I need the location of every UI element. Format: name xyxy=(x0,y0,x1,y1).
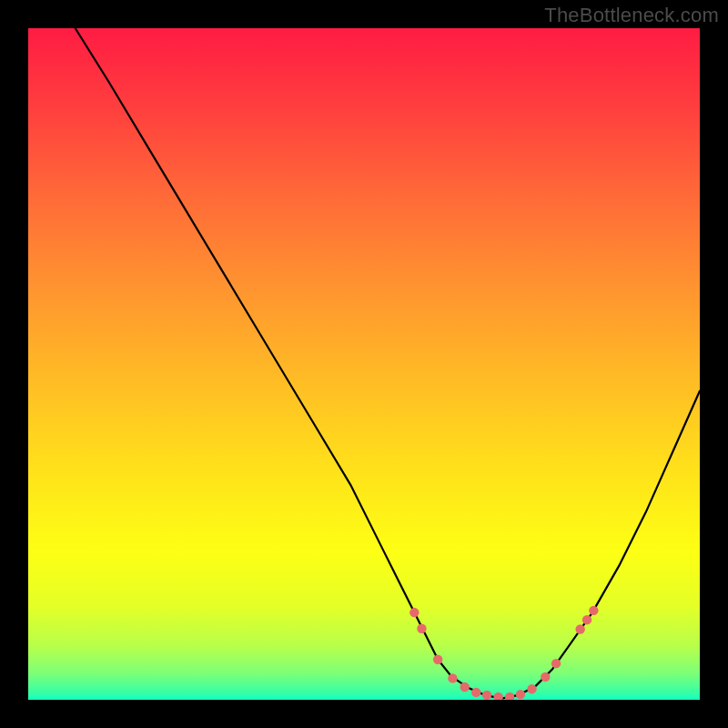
chart-svg xyxy=(28,28,700,700)
marker-dot xyxy=(471,688,480,697)
watermark-text: TheBottleneck.com xyxy=(544,4,719,27)
marker-dot xyxy=(505,693,514,700)
marker-dots xyxy=(410,606,598,700)
marker-dot xyxy=(582,615,592,624)
marker-dot xyxy=(410,608,419,617)
marker-dot xyxy=(482,691,491,700)
marker-dot xyxy=(589,606,598,615)
marker-dot xyxy=(493,693,502,700)
chart-plot-area xyxy=(28,28,700,700)
marker-dot xyxy=(448,673,457,682)
marker-dot xyxy=(417,624,426,633)
marker-dot xyxy=(516,690,525,699)
marker-dot xyxy=(575,624,584,633)
marker-dot xyxy=(433,655,442,664)
curve-line xyxy=(76,28,700,699)
marker-dot xyxy=(460,682,470,692)
marker-dot xyxy=(551,659,561,668)
marker-dot xyxy=(527,684,536,693)
marker-dot xyxy=(541,672,550,682)
